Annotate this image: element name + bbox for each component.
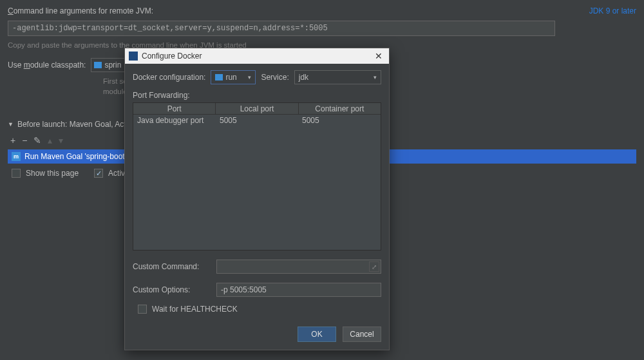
custom-command-label: Custom Command: (133, 262, 210, 271)
checkbox-checked-icon: ✓ (94, 169, 103, 178)
configure-docker-dialog: Configure Docker ✕ Docker configuration:… (124, 48, 390, 350)
cmdline-args-field[interactable]: -agentlib:jdwp=transport=dt_socket,serve… (8, 21, 555, 36)
show-this-page-label: Show this page (26, 169, 79, 178)
module-icon (94, 62, 102, 68)
edit-icon[interactable]: ✎ (33, 135, 41, 146)
cell-container-port: 5005 (298, 115, 381, 126)
move-up-icon: ▴ (48, 135, 52, 146)
expand-icon[interactable]: ⤢ (369, 261, 379, 272)
col-container-port: Container port (299, 103, 381, 114)
close-icon[interactable]: ✕ (372, 51, 385, 61)
add-icon[interactable]: + (10, 135, 15, 146)
maven-icon: m (12, 152, 21, 161)
remove-icon[interactable]: − (22, 135, 27, 146)
cancel-button[interactable]: Cancel (343, 327, 381, 342)
table-row[interactable]: Java debugger port 5005 5005 (133, 115, 381, 126)
col-local-port: Local port (216, 103, 298, 114)
service-value: jdk (299, 73, 308, 82)
col-port: Port (133, 103, 216, 114)
checkbox-unchecked-icon (12, 169, 21, 178)
chevron-down-icon: ▾ (248, 74, 251, 81)
port-forwarding-label: Port Forwarding: (133, 91, 381, 100)
show-this-page-option[interactable]: Show this page (12, 169, 79, 178)
folder-icon (215, 74, 223, 81)
custom-options-label: Custom Options: (133, 285, 210, 294)
cmdline-args-value: -agentlib:jdwp=transport=dt_socket,serve… (12, 24, 328, 33)
table-header-row: Port Local port Container port (133, 103, 381, 115)
module-value: sprin (104, 61, 121, 70)
docker-config-value: run (225, 73, 236, 82)
dialog-title: Configure Docker (142, 52, 202, 61)
module-classpath-label: Use module classpath: (8, 58, 86, 70)
service-dropdown[interactable]: jdk ▾ (294, 70, 381, 84)
port-forwarding-table[interactable]: Port Local port Container port Java debu… (133, 102, 381, 251)
cell-port-name: Java debugger port (133, 115, 216, 126)
custom-options-input[interactable]: -p 5005:5005 (216, 283, 381, 297)
service-label: Service: (261, 73, 289, 82)
custom-command-input[interactable]: ⤢ (216, 260, 381, 274)
healthcheck-label: Wait for HEALTHCHECK (152, 305, 238, 314)
cell-local-port: 5005 (216, 115, 298, 126)
intellij-icon (129, 52, 138, 61)
maven-goal-text: Run Maven Goal 'spring-boot-v (24, 152, 131, 161)
jdk-version-link[interactable]: JDK 9 or later (589, 6, 636, 15)
docker-config-dropdown[interactable]: run ▾ (211, 70, 256, 84)
ok-button[interactable]: OK (298, 327, 336, 342)
chevron-down-icon: ▾ (374, 74, 377, 81)
dialog-titlebar[interactable]: Configure Docker ✕ (125, 48, 389, 64)
custom-options-value: -p 5005:5005 (221, 285, 267, 294)
before-launch-header: Before launch: Maven Goal, Activat (17, 120, 138, 129)
move-down-icon: ▾ (59, 135, 63, 146)
docker-config-label: Docker configuration: (133, 73, 205, 82)
healthcheck-checkbox[interactable] (138, 305, 147, 314)
expand-triangle-icon[interactable]: ▼ (8, 121, 14, 128)
cmdline-args-label: Command line arguments for remote JVM: (8, 6, 153, 15)
